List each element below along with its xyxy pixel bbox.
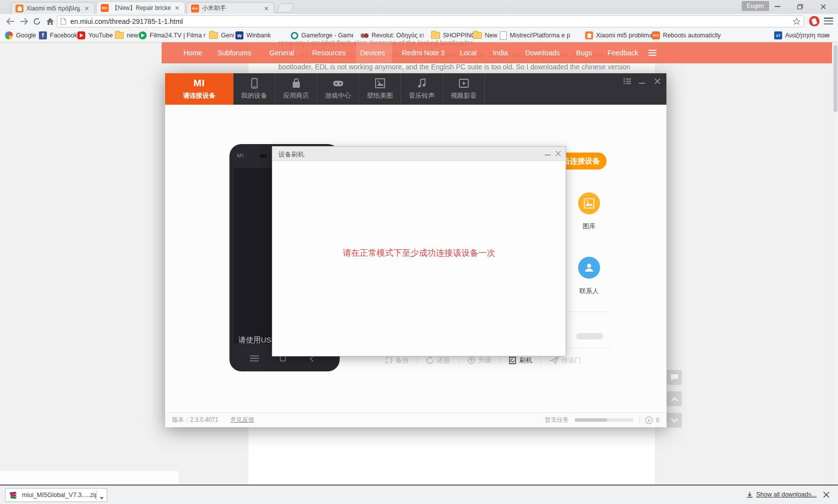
upgrade-icon: [467, 356, 475, 364]
nav-item-local[interactable]: Local: [460, 42, 476, 63]
forum-house-favicon: [585, 31, 593, 39]
mi-logo: MI: [194, 78, 205, 89]
dialog-title: 设备刷机: [278, 150, 304, 159]
browser-tab-1[interactable]: Xiaomi mi5 πρόβλημα - Μ: [11, 2, 95, 14]
scrollbar-thumb[interactable]: [834, 45, 838, 112]
youtube-icon: [77, 31, 85, 39]
divider: [500, 357, 500, 364]
dialog-close-icon[interactable]: [555, 151, 561, 157]
browser-tab-3[interactable]: MIUI 小米助手: [187, 2, 274, 14]
app-tab-my-device[interactable]: 我的设备: [233, 73, 275, 105]
bookmark-xiaomi-mi5[interactable]: Xiaomi mi5 problima: [585, 30, 652, 40]
tab-close-icon[interactable]: [174, 4, 181, 11]
nav-list-icon[interactable]: [648, 50, 656, 56]
nav-item-redmi-note-3[interactable]: Redmi Note 3: [402, 42, 445, 63]
window-close-icon[interactable]: [816, 2, 831, 11]
gallery-shortcut[interactable]: [578, 192, 600, 214]
phone-icon: [249, 78, 259, 89]
nav-item-feedback[interactable]: Feedback: [608, 42, 638, 63]
home-icon[interactable]: [44, 15, 56, 27]
contacts-label: 联系人: [564, 287, 614, 296]
feedback-link[interactable]: 意见反馈: [230, 416, 254, 424]
chat-bubble-icon: [670, 374, 678, 381]
download-shelf: miui_MI5Global_V7.3.....zip Show all dow…: [0, 485, 838, 504]
bookmark-mistreci[interactable]: Mistreci!Platforma e p: [500, 30, 570, 40]
phone-menu-icon: [250, 355, 259, 361]
bookmark-folder-new[interactable]: new: [115, 30, 138, 40]
bookmark-google[interactable]: Google: [5, 30, 36, 40]
address-bar[interactable]: en.miui.com/thread-291785-1-1.html: [57, 15, 804, 27]
forward-icon[interactable]: [18, 15, 30, 27]
screen: Xiaomi mi5 πρόβλημα - Μ MIUI 【New】Repair…: [0, 0, 838, 504]
post-text-line: bootloader, EDL is not working anymore, …: [278, 63, 630, 71]
download-dropdown-chevron[interactable]: [97, 491, 107, 500]
window-minimize-icon[interactable]: [770, 2, 785, 11]
backup-button[interactable]: 备份: [385, 356, 409, 365]
app-tab-connect-device[interactable]: MI 请连接设备: [165, 73, 233, 105]
menu-hamburger-icon[interactable]: [824, 17, 833, 24]
phone-earpiece: [260, 154, 267, 158]
app-tab-music[interactable]: 音乐铃声: [401, 73, 443, 105]
tab-close-icon[interactable]: [83, 5, 90, 12]
app-tab-app-store[interactable]: 应用商店: [275, 73, 317, 105]
placeholder-bar: [576, 333, 603, 339]
divider: [417, 357, 418, 364]
page-scrollbar[interactable]: [833, 42, 838, 485]
folder-icon: [473, 32, 482, 39]
bookmark-anazitisi[interactable]: 17 Αναζήτηση πακέτου: [774, 30, 829, 40]
page-bottom-patch: [0, 471, 179, 485]
scroll-bottom-float-button[interactable]: [667, 413, 682, 428]
app-tab-wallpapers[interactable]: 壁纸美图: [359, 73, 401, 105]
downloads-circle-icon[interactable]: [645, 416, 653, 424]
nav-item-india[interactable]: India: [493, 42, 508, 63]
bookmark-reboots[interactable]: MIUI Reboots automaticlly: [652, 30, 721, 40]
portal-button[interactable]: 传送门: [550, 356, 581, 365]
app-minimize-icon[interactable]: [635, 75, 648, 87]
profile-badge[interactable]: Eugen: [742, 1, 769, 11]
folder-icon: [431, 32, 440, 39]
app-tab-video[interactable]: 视频影音: [443, 73, 485, 105]
bookmark-filma24[interactable]: Filma24.TV | Filma me: [139, 30, 206, 40]
bookmark-youtube[interactable]: YouTube: [77, 30, 113, 40]
bookmark-folder-new2[interactable]: New: [473, 30, 497, 40]
backup-icon: [385, 356, 393, 364]
restore-button[interactable]: 还原: [426, 356, 450, 365]
back-icon[interactable]: [4, 15, 16, 27]
person-icon: [584, 262, 595, 273]
url-text[interactable]: en.miui.com/thread-291785-1-1.html: [70, 17, 183, 25]
bookmark-facebook[interactable]: f Facebook: [39, 30, 77, 40]
adblock-icon[interactable]: [809, 16, 820, 26]
revolut-icon: [361, 33, 369, 38]
download-shelf-close-icon[interactable]: [823, 492, 830, 498]
contacts-shortcut[interactable]: [578, 257, 600, 279]
nav-item-general[interactable]: General: [269, 42, 294, 63]
nav-item-subforums[interactable]: Subforums: [217, 42, 251, 63]
dialog-minimize-icon[interactable]: [545, 155, 551, 156]
comment-float-button[interactable]: [667, 370, 682, 385]
nav-item-home[interactable]: Home: [184, 42, 202, 63]
reload-icon[interactable]: [31, 15, 43, 27]
window-restore-icon[interactable]: [793, 2, 808, 11]
bookmarks-overflow-chevron[interactable]: »: [826, 31, 830, 39]
bookmark-winbank[interactable]: w Winbank: [235, 30, 271, 40]
tab-close-icon[interactable]: [263, 5, 270, 12]
restore-icon: [426, 356, 434, 364]
upgrade-button[interactable]: 升级: [467, 356, 491, 365]
nav-item-downloads[interactable]: Downloads: [525, 42, 560, 63]
nav-item-bugs[interactable]: Bugs: [576, 42, 592, 63]
dialog-titlebar[interactable]: 设备刷机: [272, 147, 566, 161]
show-all-downloads-link[interactable]: Show all downloads...: [756, 491, 817, 498]
bookmark-star-icon[interactable]: [793, 17, 801, 25]
app-tab-game-center[interactable]: 游戏中心: [317, 73, 359, 105]
app-list-icon[interactable]: [621, 75, 633, 87]
video-play-icon: [458, 78, 469, 89]
folder-icon: [115, 32, 124, 39]
flash-button[interactable]: 刷机: [509, 356, 532, 365]
app-close-icon[interactable]: [651, 75, 664, 87]
nav-item-devices[interactable]: Devices: [360, 42, 385, 63]
bookmark-folder-geni[interactable]: Geni: [209, 30, 234, 40]
nav-item-resources[interactable]: Resources: [312, 42, 346, 63]
browser-tab-2-active[interactable]: MIUI 【New】Repair bricked mi 5: [97, 2, 185, 14]
downloaded-file-button[interactable]: miui_MI5Global_V7.3.....zip: [5, 488, 107, 502]
scroll-top-float-button[interactable]: [667, 391, 682, 406]
